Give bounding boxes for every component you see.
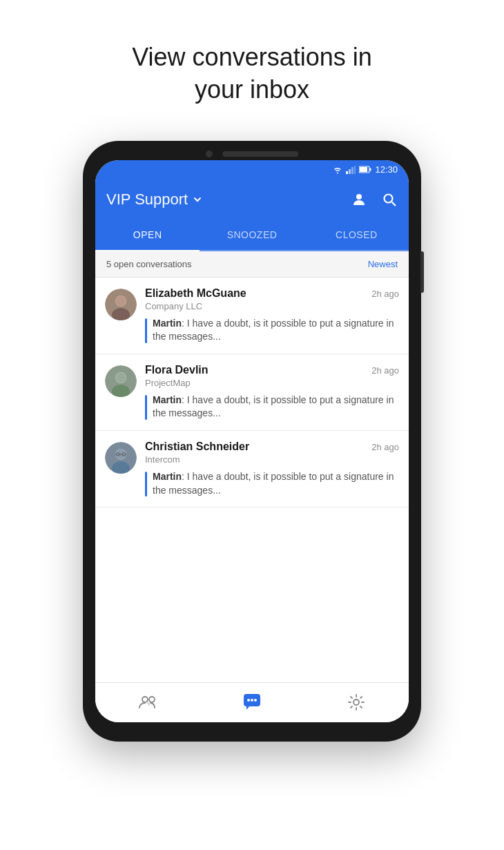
conversation-body: Flora Devlin 2h ago ProjectMap Martin: I… — [145, 364, 399, 421]
conversation-item[interactable]: Elizabeth McGuane 2h ago Company LLC Mar… — [95, 278, 409, 354]
conversation-preview: Martin: I have a doubt, is it possible t… — [145, 470, 399, 497]
phone-camera-area — [206, 151, 298, 157]
conversation-time: 2h ago — [371, 289, 399, 299]
blue-bar — [145, 472, 147, 496]
settings-icon — [347, 693, 365, 711]
phone-frame: 12:30 VIP Support — [83, 141, 421, 742]
phone-side-button — [420, 251, 424, 293]
preview-text: Martin: I have a doubt, is it possible t… — [153, 470, 399, 497]
conversation-time: 2h ago — [371, 442, 399, 452]
dropdown-arrow-icon — [192, 194, 203, 205]
newest-sort-button[interactable]: Newest — [368, 259, 398, 269]
app-title-text: VIP Support — [106, 191, 188, 209]
conversation-time: 2h ago — [371, 365, 399, 376]
app-bar: VIP Support — [95, 180, 409, 220]
svg-point-28 — [247, 699, 250, 702]
svg-point-26 — [149, 697, 155, 702]
svg-point-30 — [254, 699, 257, 702]
svg-point-29 — [251, 699, 253, 702]
tab-snoozed[interactable]: SNOOZED — [200, 220, 304, 250]
camera-dot — [206, 151, 213, 157]
chat-icon — [242, 693, 262, 712]
svg-point-31 — [353, 699, 359, 705]
search-icon[interactable] — [381, 191, 398, 208]
person-icon[interactable] — [351, 191, 367, 208]
preview-text: Martin: I have a doubt, is it possible t… — [153, 394, 399, 421]
conversation-body: Elizabeth McGuane 2h ago Company LLC Mar… — [145, 287, 399, 344]
bottom-nav — [95, 682, 409, 722]
conversation-header: Flora Devlin 2h ago — [145, 364, 399, 376]
svg-rect-2 — [351, 167, 353, 174]
contact-name: Christian Schneider — [145, 441, 249, 453]
contact-company: Company LLC — [145, 301, 399, 311]
svg-rect-1 — [349, 169, 351, 174]
svg-rect-0 — [346, 171, 348, 174]
svg-point-25 — [142, 697, 148, 702]
svg-rect-3 — [354, 166, 356, 174]
tabs-bar: OPEN SNOOZED CLOSED — [95, 220, 409, 251]
signal-icon — [346, 166, 356, 174]
battery-icon — [359, 166, 371, 173]
svg-rect-5 — [360, 167, 367, 172]
preview-author: Martin — [153, 471, 182, 482]
nav-chat[interactable] — [235, 685, 269, 719]
team-icon — [138, 694, 157, 711]
conversation-item[interactable]: Christian Schneider 2h ago Intercom Mart… — [95, 431, 409, 508]
blue-bar — [145, 395, 147, 420]
conversation-header: Elizabeth McGuane 2h ago — [145, 287, 399, 300]
status-bar: 12:30 — [95, 160, 409, 180]
conversations-area: 5 open conversations Newest Elizabeth Mc… — [95, 251, 409, 682]
app-bar-icons — [351, 191, 398, 208]
status-icons: 12:30 — [333, 164, 398, 175]
conversation-header: Christian Schneider 2h ago — [145, 441, 399, 453]
wifi-icon — [333, 166, 342, 174]
conversation-preview: Martin: I have a doubt, is it possible t… — [145, 394, 399, 421]
svg-point-7 — [356, 194, 362, 200]
page-title: View conversations in your inbox — [132, 41, 372, 106]
svg-point-17 — [116, 373, 126, 383]
svg-point-13 — [116, 296, 126, 306]
svg-line-9 — [392, 202, 396, 206]
preview-author: Martin — [153, 318, 182, 329]
avatar — [105, 289, 137, 320]
conversation-body: Christian Schneider 2h ago Intercom Mart… — [145, 441, 399, 497]
avatar — [105, 442, 137, 474]
nav-settings[interactable] — [339, 685, 374, 719]
contact-company: ProjectMap — [145, 378, 399, 388]
tab-open[interactable]: OPEN — [95, 220, 200, 250]
blue-bar — [145, 318, 147, 343]
contact-name: Elizabeth McGuane — [145, 287, 246, 300]
preview-text: Martin: I have a doubt, is it possible t… — [153, 317, 399, 344]
summary-text: 5 open conversations — [106, 259, 192, 269]
conversation-preview: Martin: I have a doubt, is it possible t… — [145, 317, 399, 344]
contact-name: Flora Devlin — [145, 364, 209, 376]
conversation-item[interactable]: Flora Devlin 2h ago ProjectMap Martin: I… — [95, 354, 409, 431]
speaker-bar — [222, 151, 298, 157]
svg-rect-6 — [370, 168, 371, 171]
tab-closed[interactable]: CLOSED — [304, 220, 409, 250]
phone-screen: 12:30 VIP Support — [95, 160, 409, 722]
status-time: 12:30 — [375, 164, 398, 175]
avatar — [105, 365, 137, 397]
nav-team[interactable] — [130, 685, 165, 719]
svg-point-8 — [385, 194, 393, 202]
summary-bar: 5 open conversations Newest — [95, 251, 409, 278]
contact-company: Intercom — [145, 454, 399, 465]
preview-author: Martin — [153, 394, 182, 405]
app-title-area[interactable]: VIP Support — [106, 191, 203, 209]
